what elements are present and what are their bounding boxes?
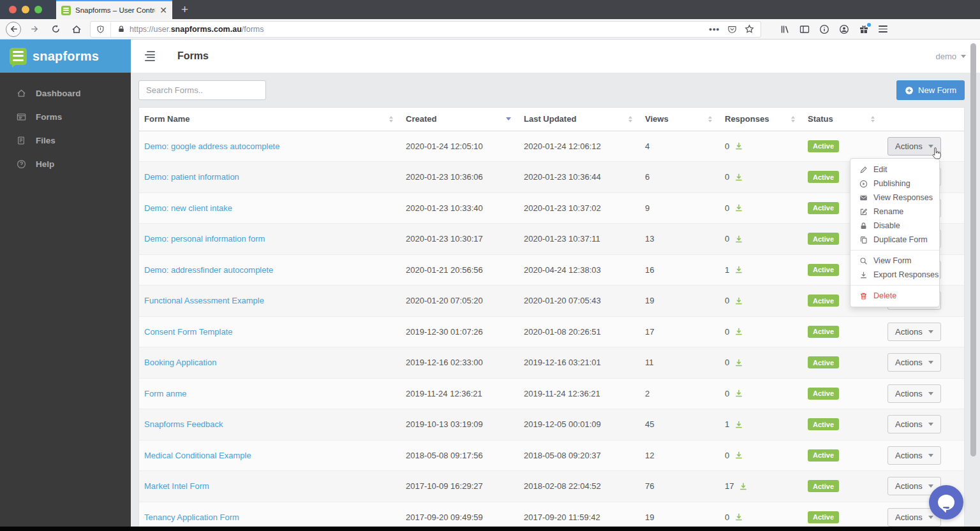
download-responses-icon[interactable] (734, 327, 743, 336)
form-name-link[interactable]: Market Intel Form (144, 481, 209, 491)
form-name-link[interactable]: Medical Conditional Example (144, 451, 251, 460)
table-row: Demo: google address autocomplete 2020-0… (139, 131, 964, 162)
menu-item-delete[interactable]: Delete (850, 289, 939, 303)
form-name-link[interactable]: Snapforms Feedback (144, 419, 223, 429)
column-header-form-name[interactable]: Form Name (139, 108, 401, 131)
form-name-link[interactable]: Demo: new client intake (144, 203, 232, 213)
reload-button[interactable] (48, 22, 63, 37)
sidebar-item-files[interactable]: Files (0, 129, 131, 152)
browser-tab[interactable]: Snapforms – User Control Panel ✕ (56, 0, 172, 19)
info-circle-icon[interactable] (819, 24, 829, 34)
new-form-button[interactable]: New Form (896, 80, 965, 100)
form-name-link[interactable]: Functional Assessment Example (144, 296, 264, 305)
download-responses-icon[interactable] (734, 358, 743, 367)
snapforms-logo-icon (10, 48, 27, 65)
views-cell: 2 (640, 378, 720, 409)
actions-button-label: Actions (895, 419, 923, 429)
download-responses-icon[interactable] (734, 235, 743, 244)
form-name-link[interactable]: Demo: addressfinder autocomplete (144, 265, 273, 275)
menu-divider (850, 285, 939, 286)
actions-button[interactable]: Actions (887, 353, 941, 372)
column-header-status[interactable]: Status (803, 108, 882, 131)
menu-icon[interactable] (879, 25, 887, 33)
download-responses-icon[interactable] (734, 203, 743, 212)
chat-widget-button[interactable] (929, 485, 963, 520)
sidebar-item-help[interactable]: Help (0, 152, 131, 176)
sidebar-item-label: Help (36, 159, 54, 169)
account-menu[interactable]: demo (935, 52, 966, 61)
column-header-created[interactable]: Created (401, 108, 519, 131)
actions-dropdown-menu: EditPublishingView ResponsesRenameDisabl… (850, 158, 940, 307)
back-button[interactable] (6, 22, 21, 37)
sidebar-item-dashboard[interactable]: Dashboard (0, 82, 131, 105)
column-header-last-updated[interactable]: Last Updated (519, 108, 640, 131)
chevron-down-icon (961, 55, 966, 58)
views-cell: 6 (640, 162, 720, 193)
download-responses-icon[interactable] (734, 265, 743, 274)
page-actions-icon[interactable]: ••• (709, 24, 720, 34)
snapforms-logo[interactable]: snapforms (0, 40, 131, 73)
new-tab-button[interactable]: + (172, 0, 197, 19)
form-name-link[interactable]: Tenancy Application Form (144, 513, 239, 522)
menu-item-view-responses[interactable]: View Responses (850, 191, 939, 205)
menu-item-export-responses[interactable]: Export Responses (850, 268, 939, 282)
download-responses-icon[interactable] (734, 296, 743, 305)
shield-icon[interactable] (91, 22, 111, 37)
menu-item-duplicate-form[interactable]: Duplicate Form (850, 233, 939, 247)
download-responses-icon[interactable] (739, 482, 748, 491)
updated-cell: 2019-11-24 12:36:21 (519, 378, 640, 409)
actions-button[interactable]: Actions (887, 415, 941, 433)
status-badge: Active (808, 480, 839, 492)
actions-button[interactable]: Actions (887, 323, 941, 341)
sidebar-item-label: Files (36, 136, 56, 145)
menu-item-disable[interactable]: Disable (850, 219, 939, 233)
whats-new-gift-icon[interactable] (859, 24, 869, 34)
home-button[interactable] (69, 22, 84, 37)
menu-item-edit[interactable]: Edit (850, 163, 939, 177)
column-header-responses[interactable]: Responses (720, 108, 803, 131)
download-responses-icon[interactable] (734, 451, 743, 460)
pocket-icon[interactable] (727, 25, 737, 34)
page-header: Forms demo (131, 40, 980, 73)
form-name-link[interactable]: Consent Form Template (144, 327, 233, 337)
created-cell: 2020-01-23 10:30:17 (401, 224, 519, 255)
forward-button[interactable] (27, 22, 42, 37)
bookmark-star-icon[interactable] (745, 24, 754, 34)
menu-item-publishing[interactable]: Publishing (850, 177, 939, 191)
lock-icon[interactable] (111, 25, 130, 33)
actions-button-label: Actions (895, 451, 923, 460)
form-name-link[interactable]: Form anme (144, 389, 186, 398)
created-cell: 2017-10-09 16:29:27 (401, 471, 519, 502)
account-icon[interactable] (839, 24, 849, 34)
actions-button[interactable]: Actions (887, 446, 941, 465)
library-icon[interactable] (780, 24, 790, 34)
form-name-link[interactable]: Demo: personal information form (144, 234, 265, 244)
sidebar-item-forms[interactable]: Forms (0, 105, 131, 129)
minimize-window-button[interactable] (22, 6, 29, 13)
menu-item-view-form[interactable]: View Form (850, 254, 939, 268)
url-bar[interactable]: https://user.snapforms.com.au/forms ••• (90, 21, 761, 38)
download-responses-icon[interactable] (734, 173, 743, 182)
download-responses-icon[interactable] (734, 420, 743, 429)
browser-nav-bar: https://user.snapforms.com.au/forms ••• (0, 19, 980, 40)
form-name-link[interactable]: Booking Application (144, 358, 216, 367)
tab-close-icon[interactable]: ✕ (160, 6, 167, 15)
form-name-link[interactable]: Demo: google address autocomplete (144, 142, 279, 151)
status-badge: Active (808, 202, 839, 214)
download-responses-icon[interactable] (734, 142, 743, 150)
menu-item-label: Edit (873, 165, 887, 174)
form-name-link[interactable]: Demo: patient information (144, 172, 239, 182)
status-badge: Active (808, 295, 839, 307)
sidebars-icon[interactable] (799, 24, 810, 34)
column-header-views[interactable]: Views (640, 108, 720, 131)
menu-item-rename[interactable]: Rename (850, 205, 939, 219)
page-scrollbar[interactable] (970, 43, 976, 456)
actions-button[interactable]: Actions (887, 384, 941, 403)
download-responses-icon[interactable] (734, 389, 743, 398)
close-window-button[interactable] (9, 6, 17, 13)
search-input[interactable] (138, 80, 266, 100)
trash-icon (859, 292, 868, 300)
sidebar-toggle-icon[interactable] (145, 51, 155, 61)
zoom-window-button[interactable] (34, 6, 42, 13)
download-responses-icon[interactable] (734, 513, 743, 521)
